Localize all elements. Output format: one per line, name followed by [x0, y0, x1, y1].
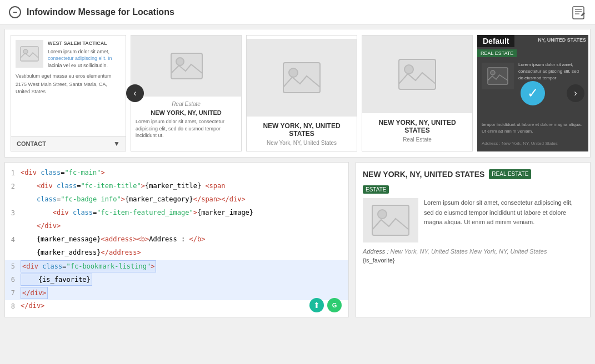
line-num-8: 8 — [5, 300, 21, 312]
card-body-right: NEW YORK, NY, UNITED STATES Real Estate — [362, 113, 472, 145]
card-sub-mid: New York, NY, United States — [251, 140, 352, 146]
preview-content-row: Lorem ipsum dolor sit amet, consectetur … — [363, 198, 583, 242]
card-text-block: WEST SALEM TACTICAL Lorem ipsum dolor si… — [48, 40, 121, 69]
svg-rect-15 — [372, 205, 409, 235]
preview-address: Address : New York, NY, United States Ne… — [363, 248, 583, 255]
preview-title-row: NEW YORK, NY, UNITED STATES REAL ESTATE — [363, 169, 583, 179]
line-num-1: 1 — [5, 167, 21, 179]
preview-badge: REAL ESTATE — [489, 169, 531, 179]
code-lines: 1 <div class="fc-main"> 2 <div class="fc… — [5, 163, 348, 317]
code-line-7: 7 </div> — [5, 287, 348, 300]
preview-badge-row2: ESTATE — [363, 184, 583, 194]
preview-address-value: New York, NY, United States — [391, 248, 468, 255]
code-toolbar: ⬆ G — [309, 298, 342, 312]
carousel-nav-right[interactable]: › — [567, 84, 584, 102]
chevron-down-icon: ▼ — [113, 140, 120, 148]
svg-marker-4 — [581, 12, 585, 16]
svg-rect-0 — [573, 7, 584, 19]
svg-rect-9 — [283, 63, 320, 93]
tool-btn-grammarly[interactable]: G — [327, 298, 342, 312]
code-line-2a: 2 <div class="fc-item-title">{marker_tit… — [5, 180, 348, 194]
card-dark-location: NY, UNITED STATES — [538, 37, 586, 43]
line-content-3a: <div class="fc-item-featured_image">{mar… — [21, 207, 348, 218]
card-category: Real Estate — [136, 101, 237, 107]
card-dark-text: Lorem ipsum dolor sit amet, consectetur … — [518, 62, 585, 82]
carousel-section: WEST SALEM TACTICAL Lorem ipsum dolor si… — [4, 29, 591, 158]
nav-right-icon: › — [574, 88, 577, 98]
card-dark-thumb — [482, 63, 514, 89]
bottom-section: 1 <div class="fc-main"> 2 <div class="fc… — [4, 162, 591, 317]
line-num-5: 5 — [5, 260, 21, 272]
card-sub-right: Real Estate — [367, 136, 468, 143]
line-content-3b: </div> — [21, 220, 348, 231]
svg-point-8 — [176, 58, 184, 65]
code-line-8: 8 </div> — [5, 300, 348, 314]
desc-rest: lacinia vel ex ut sollicitudin. — [48, 63, 108, 68]
preview-badge-2: ESTATE — [363, 185, 389, 194]
svg-point-10 — [289, 68, 298, 77]
svg-rect-7 — [171, 53, 202, 79]
line-content-5: <div class="fc-bookmark-listing"> — [21, 260, 348, 272]
card-title: NEW YORK, NY, UNITED — [136, 109, 237, 116]
card-top: WEST SALEM TACTICAL Lorem ipsum dolor si… — [11, 36, 126, 73]
minimize-icon[interactable]: − — [9, 6, 21, 18]
code-line-5: 5 <div class="fc-bookmark-listing"> — [5, 260, 348, 274]
footer-text: Vestibulum eget massa eu eros elementum — [11, 73, 126, 80]
badge-real-estate-dark: REAL ESTATE — [477, 49, 517, 57]
line-num-2a: 2 — [5, 180, 21, 192]
code-line-3b: </div> — [5, 220, 348, 234]
line-content-1: <div class="fc-main"> — [21, 167, 348, 178]
preview-title: NEW YORK, NY, UNITED STATES — [363, 170, 484, 179]
line-content-6: {is_favorite} — [21, 274, 348, 286]
preview-description: Lorem ipsum dolor sit amet, consectetur … — [424, 198, 583, 242]
card-image-mid — [247, 39, 357, 117]
svg-point-14 — [491, 70, 495, 75]
tool-btn-upload[interactable]: ⬆ — [309, 298, 324, 312]
line-num-7: 7 — [5, 287, 21, 299]
card-title-right: NEW YORK, NY, UNITED STATES — [367, 119, 468, 134]
preview-address-label: Address : — [363, 248, 388, 255]
desc-blue: consectetur adipiscing elit. In — [48, 55, 112, 61]
code-line-4a: 4 {marker_message}<address><b>Address : … — [5, 234, 348, 247]
card-dark-bottom-text: tempor incididunt ut labore et dolore ma… — [482, 122, 584, 135]
contact-label: CONTACT — [17, 140, 46, 147]
svg-point-12 — [404, 65, 413, 74]
code-editor: 1 <div class="fc-main"> 2 <div class="fc… — [4, 162, 349, 317]
line-content-2a: <div class="fc-item-title">{marker_title… — [21, 180, 348, 191]
card-ny-1: NEW YORK, NY, UNITED STATES New York, NY… — [246, 35, 357, 151]
line-num-3a: 3 — [5, 207, 21, 219]
carousel-nav-left[interactable]: ‹ — [126, 84, 144, 102]
line-num-6: 6 — [5, 274, 21, 285]
business-name: WEST SALEM TACTICAL — [48, 40, 121, 47]
desc-text: Lorem ipsum dolor sit amet, — [48, 49, 109, 54]
line-num-4b — [5, 247, 21, 247]
card-body-mid: NEW YORK, NY, UNITED STATES New York, NY… — [247, 117, 357, 148]
preview-thumbnail — [363, 198, 418, 242]
carousel-container: WEST SALEM TACTICAL Lorem ipsum dolor si… — [11, 35, 584, 151]
address-text: 2175 West Main Street, Santa Maria, CA, … — [11, 80, 126, 98]
code-line-3a: 3 <div class="fc-item-featured_image">{m… — [5, 207, 348, 220]
card-thumbnail — [16, 40, 43, 68]
line-num-2b — [5, 194, 21, 194]
page-title: Infowindow Message for Locations — [27, 7, 571, 17]
badge-default: Default — [477, 35, 514, 47]
svg-point-16 — [378, 210, 387, 219]
card-body: Real Estate NEW YORK, NY, UNITED Lorem i… — [131, 97, 241, 144]
card-image-right — [362, 36, 472, 113]
card-image — [131, 36, 242, 97]
svg-rect-13 — [488, 68, 508, 84]
code-line-2b: class="fc-badge info">{marker_category}<… — [5, 194, 348, 207]
svg-rect-11 — [399, 59, 436, 89]
line-content-8: </div> — [21, 300, 348, 311]
preview-address-val2: New York, NY, United States — [469, 248, 547, 255]
card-desc: Lorem ipsum dolor sit amet, consectetur … — [136, 118, 237, 139]
contact-bar[interactable]: CONTACT ▼ — [11, 136, 126, 151]
line-num-3b — [5, 220, 21, 221]
line-content-4a: {marker_message}<address><b>Address : </… — [21, 234, 348, 245]
line-num-4a: 4 — [5, 234, 21, 245]
line-content-4b: {marker_address}</address> — [21, 247, 348, 258]
header-right-icon — [571, 4, 586, 20]
code-line-4b: {marker_address}</address> — [5, 247, 348, 260]
line-content-2b: class="fc-badge info">{marker_category}<… — [21, 194, 348, 205]
code-line-1: 1 <div class="fc-main"> — [5, 167, 348, 180]
